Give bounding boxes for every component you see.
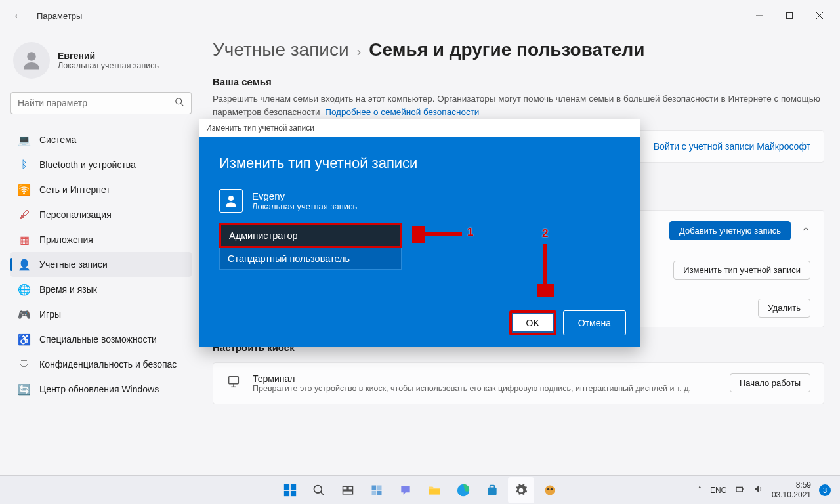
- minimize-button[interactable]: [744, 5, 774, 26]
- svg-rect-35: [736, 487, 742, 492]
- user-header[interactable]: Евгений Локальная учетная запись: [10, 42, 192, 79]
- svg-rect-21: [343, 486, 348, 490]
- change-type-button[interactable]: Изменить тип учетной записи: [673, 261, 810, 280]
- dropdown-option-admin[interactable]: Администратор: [219, 223, 402, 248]
- svg-rect-31: [490, 485, 495, 488]
- annotation-arrow-1: [412, 226, 465, 245]
- breadcrumb-parent[interactable]: Учетные записи: [213, 39, 349, 60]
- breadcrumb-separator: ›: [357, 44, 362, 59]
- close-button[interactable]: [805, 5, 835, 26]
- taskbar-center: [277, 477, 563, 503]
- network-icon[interactable]: [735, 484, 746, 496]
- kiosk-start-button[interactable]: Начало работы: [730, 373, 810, 392]
- dialog-window-title: Изменить тип учетной записи: [200, 119, 640, 136]
- svg-point-33: [547, 488, 549, 490]
- sidebar-item-9[interactable]: 🛡Конфиденциальность и безопас: [10, 352, 192, 377]
- delete-button[interactable]: Удалить: [758, 299, 810, 318]
- tray-chevron-icon[interactable]: ˄: [698, 485, 702, 495]
- dialog-ok-button[interactable]: OK: [509, 310, 556, 335]
- svg-rect-15: [284, 484, 289, 489]
- svg-point-10: [228, 196, 234, 201]
- svg-point-4: [27, 52, 36, 61]
- store-icon[interactable]: [479, 477, 505, 503]
- svg-rect-24: [372, 485, 377, 490]
- sidebar-item-5[interactable]: 👤Учетные записи: [10, 252, 192, 277]
- dialog-cancel-button[interactable]: Отмена: [563, 310, 626, 335]
- kiosk-card-sub: Превратите это устройство в киоск, чтобы…: [253, 384, 730, 393]
- family-safety-link[interactable]: Подробнее о семейной безопасности: [325, 107, 479, 117]
- nav-label: Персонализация: [39, 209, 112, 220]
- sidebar-item-10[interactable]: 🔄Центр обновления Windows: [10, 377, 192, 402]
- dialog-user-sub: Локальная учетная запись: [252, 201, 357, 211]
- dropdown-option-standard[interactable]: Стандартный пользователь: [219, 248, 402, 270]
- nav-label: Приложения: [39, 234, 93, 245]
- nav-label: Время и язык: [39, 284, 97, 295]
- language-indicator[interactable]: ENG: [710, 486, 727, 495]
- back-button[interactable]: ←: [5, 3, 32, 29]
- clock[interactable]: 8:59 03.10.2021: [772, 480, 811, 499]
- svg-point-34: [551, 488, 553, 490]
- explorer-icon[interactable]: [421, 477, 448, 503]
- sidebar-item-8[interactable]: ♿Специальные возможности: [10, 327, 192, 352]
- window-controls: [744, 5, 835, 26]
- svg-rect-23: [343, 490, 353, 494]
- sidebar-item-7[interactable]: 🎮Игры: [10, 302, 192, 327]
- nav-label: Сеть и Интернет: [39, 184, 110, 195]
- nav-icon: ▦: [18, 234, 30, 245]
- svg-rect-27: [377, 490, 382, 495]
- search-input[interactable]: [18, 98, 175, 108]
- account-type-dropdown[interactable]: Администратор Стандартный пользователь: [219, 223, 402, 270]
- nav-icon: 🌐: [18, 284, 30, 295]
- user-subtitle: Локальная учетная запись: [58, 61, 159, 70]
- nav-label: Специальные возможности: [39, 334, 157, 345]
- section-family-title: Ваша семья: [213, 76, 824, 87]
- nav-icon: 👤: [18, 259, 30, 270]
- nav-label: Центр обновления Windows: [39, 384, 159, 394]
- nav-label: Игры: [39, 309, 61, 320]
- taskbar-right: ˄ ENG 8:59 03.10.2021 3: [698, 480, 840, 499]
- nav-icon: ♿: [18, 333, 30, 345]
- dialog-heading: Изменить тип учетной записи: [219, 155, 621, 172]
- sidebar-item-2[interactable]: 🛜Сеть и Интернет: [10, 177, 192, 202]
- nav-icon: 🎮: [18, 308, 30, 320]
- nav-icon: ᛒ: [18, 159, 30, 171]
- app-icon[interactable]: [537, 477, 563, 503]
- window-title: Параметры: [37, 11, 82, 21]
- svg-point-19: [314, 485, 322, 493]
- nav-icon: 🖌: [18, 209, 30, 220]
- volume-icon[interactable]: [753, 484, 764, 496]
- annotation-arrow-2: [537, 242, 554, 299]
- svg-point-32: [545, 485, 555, 495]
- kiosk-card: Терминал Превратите это устройство в кио…: [213, 362, 824, 404]
- sidebar-item-1[interactable]: ᛒBluetooth и устройства: [10, 152, 192, 177]
- chat-icon[interactable]: [392, 477, 419, 503]
- widgets-icon[interactable]: [364, 477, 390, 503]
- nav-icon: 🛜: [18, 184, 30, 196]
- dialog-user-name: Evgeny: [252, 190, 357, 201]
- settings-taskbar-icon[interactable]: [508, 477, 534, 503]
- sidebar: Евгений Локальная учетная запись 💻Систем…: [0, 32, 197, 475]
- svg-rect-1: [787, 13, 793, 19]
- sidebar-item-3[interactable]: 🖌Персонализация: [10, 202, 192, 227]
- notification-badge[interactable]: 3: [819, 484, 831, 496]
- svg-line-6: [180, 103, 183, 106]
- svg-line-20: [321, 492, 324, 495]
- add-account-button[interactable]: Добавить учетную запись: [669, 221, 791, 240]
- edge-icon[interactable]: [450, 477, 476, 503]
- sidebar-item-4[interactable]: ▦Приложения: [10, 227, 192, 252]
- sidebar-item-0[interactable]: 💻Система: [10, 127, 192, 152]
- task-view-icon[interactable]: [335, 477, 361, 503]
- search-taskbar-icon[interactable]: [306, 477, 332, 503]
- nav-label: Система: [39, 135, 76, 145]
- svg-point-5: [176, 98, 182, 104]
- user-name: Евгений: [58, 51, 159, 61]
- chevron-up-icon[interactable]: [801, 224, 810, 236]
- annotation-label-1: 1: [467, 226, 473, 239]
- maximize-button[interactable]: [774, 5, 805, 26]
- svg-rect-17: [284, 490, 289, 495]
- svg-rect-30: [488, 487, 496, 495]
- search-box[interactable]: [10, 92, 192, 114]
- sidebar-item-6[interactable]: 🌐Время и язык: [10, 277, 192, 302]
- start-button[interactable]: [277, 477, 303, 503]
- dialog-user-row: Evgeny Локальная учетная запись: [219, 189, 621, 213]
